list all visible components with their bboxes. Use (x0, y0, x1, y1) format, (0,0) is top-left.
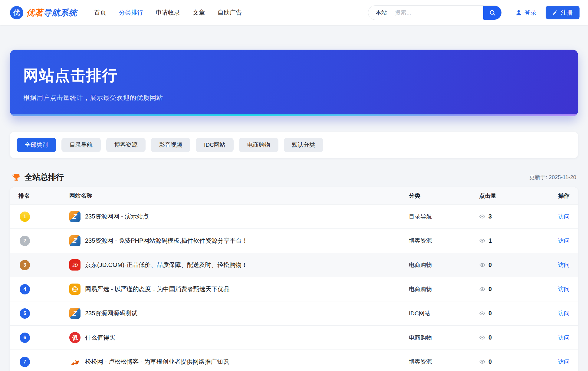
eye-icon (479, 286, 485, 292)
clicks-cell: 1 (479, 237, 546, 244)
register-button[interactable]: 注册 (546, 6, 580, 19)
trophy-icon (12, 173, 21, 182)
header-right: 本站 登录 注册 (368, 5, 580, 20)
eye-icon (479, 238, 485, 244)
site-name[interactable]: 235资源网 - 免费PHP网站源码模板,插件软件资源分享平台！ (85, 237, 248, 245)
235-site-favicon: Z (69, 308, 80, 319)
table-header-row: 排名 网站名称 分类 点击量 操作 (10, 187, 578, 204)
clicks-count: 0 (488, 261, 492, 268)
action-cell: 访问 (546, 358, 570, 366)
category-pill-ecommerce[interactable]: 电商购物 (239, 138, 278, 152)
visit-link[interactable]: 访问 (558, 238, 570, 244)
nav-item-articles[interactable]: 文章 (193, 8, 205, 17)
category-pill-video[interactable]: 影音视频 (151, 138, 190, 152)
site-category: 博客资源 (409, 358, 479, 366)
site-name[interactable]: 235资源网源码测试 (85, 309, 137, 317)
action-cell: 访问 (546, 213, 570, 221)
nav-item-self-ads[interactable]: 自助广告 (218, 8, 242, 17)
site-name[interactable]: 235资源网网 - 演示站点 (85, 212, 149, 221)
main-nav: 首页分类排行申请收录文章自助广告 (94, 8, 242, 17)
site-logo-icon[interactable]: 优 (10, 6, 23, 19)
songsong-squirrel-favicon (69, 356, 80, 367)
header-name: 网站名称 (69, 192, 409, 200)
site-category: 电商购物 (409, 334, 479, 342)
clicks-count: 0 (488, 286, 492, 293)
visit-link[interactable]: 访问 (558, 262, 570, 268)
page-subtitle: 根据用户点击量统计，展示最受欢迎的优质网站 (23, 94, 578, 102)
rank-badge: 2 (20, 236, 30, 246)
site-category: 目录导航 (409, 213, 479, 221)
ranking-table: 排名 网站名称 分类 点击量 操作 1 Z 235资源网网 - 演示站点 目录导… (10, 187, 578, 371)
nav-item-submit-site[interactable]: 申请收录 (156, 8, 180, 17)
action-cell: 访问 (546, 237, 570, 245)
rank-cell: 7 (18, 357, 69, 367)
user-icon (515, 9, 522, 16)
eye-icon (479, 213, 485, 220)
yanxuan-globe-favicon (69, 284, 80, 295)
table-row: 5 Z 235资源网源码测试 IDC网站 0 访问 (10, 301, 578, 325)
visit-link[interactable]: 访问 (558, 359, 570, 365)
visit-link[interactable]: 访问 (558, 213, 570, 220)
site-cell: 网易严选 - 以严谨的态度，为中国消费者甄选天下优品 (69, 284, 409, 295)
eye-icon (479, 334, 485, 341)
visit-link[interactable]: 访问 (558, 334, 570, 341)
rank-badge: 6 (20, 333, 30, 343)
category-filter-bar: 全部类别目录导航博客资源影音视频IDC网站电商购物默认分类 (10, 132, 578, 158)
table-row: 2 Z 235资源网 - 免费PHP网站源码模板,插件软件资源分享平台！ 博客资… (10, 228, 578, 253)
section-title: 全站总排行 (25, 172, 64, 182)
rank-cell: 2 (18, 236, 69, 246)
nav-item-category-rank[interactable]: 分类排行 (119, 8, 143, 17)
pencil-icon (552, 10, 558, 15)
table-row: 3 JD 京东(JD.COM)-正品低价、品质保障、配送及时、轻松购物！ 电商购… (10, 253, 578, 277)
clicks-count: 0 (488, 358, 492, 365)
action-cell: 访问 (546, 261, 570, 269)
category-pill-directory-nav[interactable]: 目录导航 (61, 138, 101, 152)
action-cell: 访问 (546, 310, 570, 317)
site-cell: 值 什么值得买 (69, 332, 409, 343)
search-scope-selector[interactable]: 本站 (368, 9, 387, 17)
eye-icon (479, 310, 485, 317)
site-category: 博客资源 (409, 237, 479, 245)
category-pill-all[interactable]: 全部类别 (17, 138, 56, 152)
rank-cell: 6 (18, 333, 69, 343)
site-name[interactable]: 网易严选 - 以严谨的态度，为中国消费者甄选天下优品 (85, 285, 230, 293)
rank-cell: 4 (18, 284, 69, 294)
header-category: 分类 (409, 192, 479, 200)
nav-item-home[interactable]: 首页 (94, 8, 106, 17)
clicks-cell: 0 (479, 286, 546, 293)
clicks-cell: 0 (479, 310, 546, 317)
clicks-count: 1 (488, 237, 492, 244)
eye-icon (479, 359, 485, 365)
ranking-rows: 1 Z 235资源网网 - 演示站点 目录导航 3 访问 2 Z 235资源网 … (10, 204, 578, 371)
235-site-favicon: Z (69, 235, 80, 246)
header-rank: 排名 (18, 192, 69, 200)
category-pill-blog-resource[interactable]: 博客资源 (106, 138, 146, 152)
jd-favicon: JD (69, 259, 80, 271)
rank-badge: 1 (20, 212, 30, 222)
visit-link[interactable]: 访问 (558, 286, 570, 292)
site-cell: 松松网 - 卢松松博客 - 为草根创业者提供网络推广知识 (69, 356, 409, 367)
login-button[interactable]: 登录 (515, 8, 537, 17)
register-label: 注册 (561, 8, 573, 17)
site-name[interactable]: 京东(JD.COM)-正品低价、品质保障、配送及时、轻松购物！ (85, 261, 248, 269)
category-pill-default[interactable]: 默认分类 (284, 138, 323, 152)
section-heading-row: 全站总排行 更新于: 2025-11-20 (12, 172, 576, 182)
search-input[interactable] (387, 9, 483, 16)
rank-cell: 1 (18, 212, 69, 222)
site-category: 电商购物 (409, 261, 479, 269)
clicks-count: 3 (488, 213, 492, 220)
search-button[interactable] (483, 5, 501, 20)
235-site-favicon: Z (69, 211, 80, 222)
site-cell: Z 235资源网网 - 演示站点 (69, 211, 409, 222)
smzdm-favicon: 值 (69, 332, 80, 343)
action-cell: 访问 (546, 334, 570, 342)
rank-badge: 4 (20, 284, 30, 294)
visit-link[interactable]: 访问 (558, 310, 570, 317)
site-name[interactable]: 什么值得买 (85, 333, 115, 342)
clicks-count: 0 (488, 310, 492, 317)
site-name[interactable]: 松松网 - 卢松松博客 - 为草根创业者提供网络推广知识 (85, 358, 229, 366)
page-title: 网站点击排行 (10, 50, 578, 86)
login-label: 登录 (524, 8, 537, 17)
category-pill-idc[interactable]: IDC网站 (196, 138, 234, 152)
header-clicks: 点击量 (479, 192, 546, 200)
